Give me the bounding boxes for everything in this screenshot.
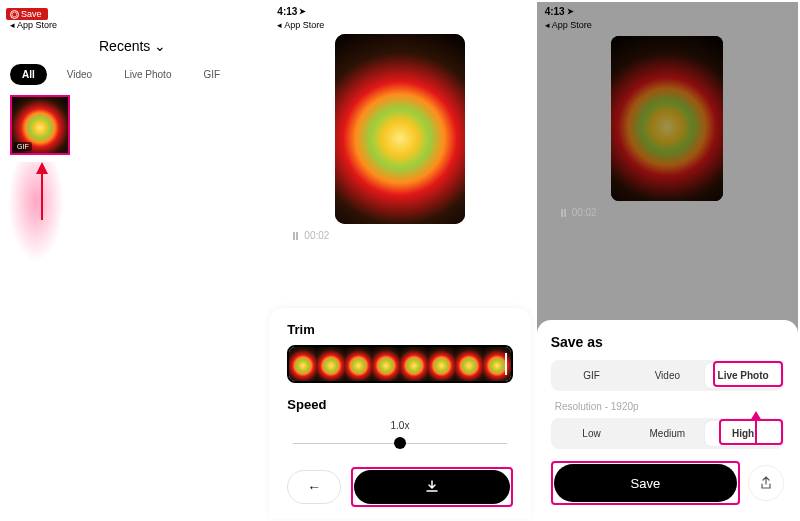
playback-time: 00:02: [572, 207, 597, 218]
quality-high[interactable]: High: [705, 421, 781, 446]
preview[interactable]: [335, 34, 465, 224]
trim-strip[interactable]: [287, 345, 512, 383]
back-to-app[interactable]: ◂ App Store: [537, 20, 798, 30]
location-icon: ➤: [567, 7, 574, 16]
back-to-app[interactable]: ◂ App Store: [2, 20, 263, 30]
svg-marker-28: [750, 411, 762, 421]
share-button[interactable]: [748, 465, 784, 501]
library-title[interactable]: Recents ⌄: [2, 30, 263, 64]
preview-image: [335, 34, 465, 224]
quality-low[interactable]: Low: [554, 421, 630, 446]
arrow-left-icon: ←: [307, 479, 321, 495]
format-livephoto[interactable]: Live Photo: [705, 363, 781, 388]
pause-icon: [293, 232, 298, 240]
pause-icon: [561, 209, 566, 217]
format-gif[interactable]: GIF: [554, 363, 630, 388]
status-time: 4:13: [545, 6, 565, 17]
filter-tabs: All Video Live Photo GIF: [2, 64, 263, 85]
download-button[interactable]: [354, 470, 509, 504]
trim-title: Trim: [287, 322, 512, 337]
share-icon: [759, 476, 773, 490]
playback-indicator[interactable]: 00:02: [269, 224, 530, 249]
annotation-arrow: [748, 411, 764, 445]
screen-save: 4:13➤ ◂ App Store 00:02 Save as GIF Vide…: [537, 2, 798, 519]
format-video[interactable]: Video: [629, 363, 705, 388]
pinterest-icon: [10, 10, 19, 19]
media-thumbnail[interactable]: GIF: [10, 95, 70, 155]
svg-point-0: [12, 12, 17, 17]
edit-card: Trim Speed 1.0x ←: [269, 308, 530, 519]
chevron-down-icon: ⌄: [154, 38, 166, 54]
back-button[interactable]: ←: [287, 470, 341, 504]
playback-time: 00:02: [304, 230, 329, 241]
save-badge-label: Save: [21, 9, 42, 19]
back-to-app[interactable]: ◂ App Store: [269, 20, 530, 30]
format-segmented: GIF Video Live Photo: [551, 360, 784, 391]
status-time: 4:13: [277, 6, 297, 17]
playback-indicator: 00:02: [537, 201, 798, 226]
tab-gif[interactable]: GIF: [191, 64, 232, 85]
status-bar: 4:13➤: [537, 2, 798, 20]
save-button[interactable]: Save: [554, 464, 737, 502]
save-sheet: Save as GIF Video Live Photo Resolution …: [537, 320, 798, 519]
tab-video[interactable]: Video: [55, 64, 104, 85]
status-bar: 4:13➤: [269, 2, 530, 20]
screen-library: Save ◂ App Store Recents ⌄ All Video Liv…: [2, 2, 263, 519]
pinterest-save-badge[interactable]: Save: [6, 8, 48, 20]
download-icon: [424, 479, 440, 495]
slider-thumb[interactable]: [394, 437, 406, 449]
speed-value: 1.0x: [287, 420, 512, 431]
location-icon: ➤: [299, 7, 306, 16]
annotation-arrow: [32, 162, 52, 222]
tab-livephoto[interactable]: Live Photo: [112, 64, 183, 85]
thumbnail-badge: GIF: [14, 142, 32, 151]
quality-medium[interactable]: Medium: [629, 421, 705, 446]
svg-marker-10: [36, 162, 48, 174]
sheet-title: Save as: [551, 334, 784, 350]
speed-slider[interactable]: [293, 433, 506, 453]
speed-title: Speed: [287, 397, 512, 412]
tab-all[interactable]: All: [10, 64, 47, 85]
screen-edit: 4:13➤ ◂ App Store 00:02 Trim Speed 1.0x …: [269, 2, 530, 519]
